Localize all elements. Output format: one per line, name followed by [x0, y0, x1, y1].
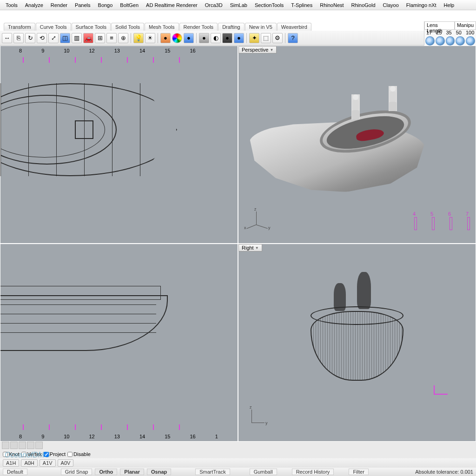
tab-a1v[interactable]: A1V	[40, 459, 56, 467]
tick-mark	[23, 57, 24, 63]
tab-solid[interactable]: Solid Tools	[111, 23, 144, 31]
menu-sectiontools[interactable]: SectionTools	[251, 2, 287, 8]
status-planar[interactable]: Planar	[120, 469, 144, 475]
render-icon[interactable]: ✦	[249, 33, 259, 43]
car-icon[interactable]: 🚗	[83, 33, 93, 43]
scale-icon[interactable]: ⤢	[48, 33, 59, 43]
status-filter[interactable]: Filter	[349, 469, 368, 475]
viewport-top[interactable]: 8 9 10 12 13 14 15 16	[0, 46, 238, 244]
menu-rhinonest[interactable]: RhinoNest	[316, 2, 347, 8]
ruler-num: 13	[114, 48, 120, 53]
tick-mark	[153, 424, 154, 430]
camera-icon[interactable]	[446, 36, 455, 46]
tick-mark	[101, 57, 102, 63]
tab-mesh[interactable]: Mesh Tools	[145, 23, 178, 31]
axis-widget: z y x	[247, 212, 270, 235]
tab-newv5[interactable]: New in V5	[245, 23, 277, 31]
camera-icon[interactable]	[436, 36, 445, 46]
sphere-checker-icon[interactable]: ◐	[211, 33, 221, 43]
camera-icon[interactable]	[456, 36, 465, 46]
lens-tab-length[interactable]: Lens Length	[424, 21, 455, 30]
menu-flamingo[interactable]: Flamingo nXt	[403, 2, 440, 8]
menu-simlab[interactable]: SimLab	[226, 2, 251, 8]
align-icon[interactable]: ≡	[106, 33, 117, 43]
array-icon[interactable]: ⊞	[95, 33, 105, 43]
lens-25: 25	[436, 30, 442, 35]
status-default[interactable]: Default	[3, 469, 27, 475]
scale2d-icon[interactable]: ◫	[60, 33, 70, 43]
axis-widget: z y	[247, 410, 270, 433]
osnap-row: Knot Vertex Project Disable	[0, 450, 476, 458]
light-icon[interactable]: 💡	[133, 33, 144, 43]
viewport-perspective[interactable]: Perspective ▼ z y x	[238, 46, 476, 244]
color-wheel-icon[interactable]	[172, 33, 182, 43]
menu-render[interactable]: Render	[47, 2, 71, 8]
check-disable[interactable]: Disable	[67, 451, 91, 457]
tab-transform[interactable]: Transform	[4, 23, 35, 31]
rotate3d-icon[interactable]: ⟲	[37, 33, 47, 43]
menu-boltgen[interactable]: BoltGen	[116, 2, 142, 8]
viewport-right[interactable]: Right ▼ z y	[238, 244, 476, 442]
camera-icon[interactable]	[425, 36, 435, 46]
menu-bongo[interactable]: Bongo	[94, 2, 117, 8]
menu-panels[interactable]: Panels	[71, 2, 94, 8]
tab-curve[interactable]: Curve Tools	[36, 23, 71, 31]
tab-weaverbird[interactable]: Weaverbird	[277, 23, 311, 31]
sun-icon[interactable]: ☀	[145, 33, 155, 43]
dropdown-arrow-icon[interactable]: ▼	[270, 48, 273, 52]
sphere-blue-icon[interactable]: ●	[234, 33, 244, 43]
dropdown-arrow-icon[interactable]: ▼	[255, 246, 259, 250]
tick-mark	[127, 57, 128, 63]
ruler-top: 8 9 10 12 13 14 15 16	[19, 48, 196, 53]
menu-orca3d[interactable]: Orca3D	[201, 2, 226, 8]
sphere-dark-icon[interactable]: ●	[222, 33, 232, 43]
status-gumball[interactable]: Gumball	[250, 469, 277, 475]
tab-a0h[interactable]: A0H	[21, 459, 37, 467]
ruler-num: 12	[89, 434, 95, 439]
viewport-label-right[interactable]: Right ▼	[238, 244, 262, 251]
ruler-num: 14	[139, 434, 145, 439]
tab-rendertools[interactable]: Render Tools	[179, 23, 218, 31]
settings-icon[interactable]: ⚙	[272, 33, 283, 43]
environment-icon[interactable]: ●	[184, 33, 194, 43]
tab-drafting[interactable]: Drafting	[218, 23, 245, 31]
menu-clayoo[interactable]: Clayoo	[379, 2, 403, 8]
status-bar: Default Grid Snap Ortho Planar Osnap Sma…	[0, 468, 476, 476]
viewport-front[interactable]: 8 9 10 12 13 14 15 16 1	[0, 244, 238, 442]
orient-icon[interactable]: ⊕	[118, 33, 128, 43]
status-gridsnap[interactable]: Grid Snap	[61, 469, 93, 475]
menu-rhinogold[interactable]: RhinoGold	[348, 2, 379, 8]
menu-tsplines[interactable]: T-Splines	[287, 2, 316, 8]
help-icon[interactable]: ?	[288, 33, 298, 43]
mark	[450, 217, 452, 230]
viewport-label-perspective[interactable]: Perspective ▼	[238, 46, 277, 53]
tab-a0v[interactable]: A0V	[58, 459, 74, 467]
camera-icon[interactable]	[466, 36, 475, 46]
axis-z: z	[254, 207, 257, 212]
menu-bar: Tools Analyze Render Panels Bongo BoltGe…	[0, 0, 476, 10]
status-ortho[interactable]: Ortho	[95, 469, 117, 475]
status-smarttrack[interactable]: SmartTrack	[195, 469, 230, 475]
sphere-gray-icon[interactable]: ●	[199, 33, 209, 43]
status-tolerance: Absolute tolerance: 0.001	[415, 469, 473, 475]
mirror-icon[interactable]: ▥	[72, 33, 82, 43]
axis-z: z	[250, 405, 252, 410]
menu-adrealtime[interactable]: AD Realtime Renderer	[142, 2, 201, 8]
status-osnap[interactable]: Osnap	[147, 469, 171, 475]
move-icon[interactable]: ↔	[2, 33, 12, 43]
axis-y: y	[265, 421, 268, 425]
ruler-num: 8	[19, 48, 22, 53]
tab-a1h[interactable]: A1H	[3, 459, 19, 467]
rotate-icon[interactable]: ↻	[25, 33, 35, 43]
menu-tools[interactable]: Tools	[2, 2, 21, 8]
status-record[interactable]: Record History	[292, 469, 334, 475]
tab-surface[interactable]: Surface Tools	[72, 23, 111, 31]
material-icon[interactable]: ●	[160, 33, 171, 43]
viewports: 8 9 10 12 13 14 15 16	[0, 46, 476, 442]
menu-help[interactable]: Help	[440, 2, 458, 8]
boat-3d-model	[245, 94, 449, 206]
copy-icon[interactable]: ⎘	[13, 33, 24, 43]
lens-tab-manipulate[interactable]: Manipu	[455, 21, 476, 30]
menu-analyze[interactable]: Analyze	[21, 2, 47, 8]
render-region-icon[interactable]: ⬚	[261, 33, 271, 43]
